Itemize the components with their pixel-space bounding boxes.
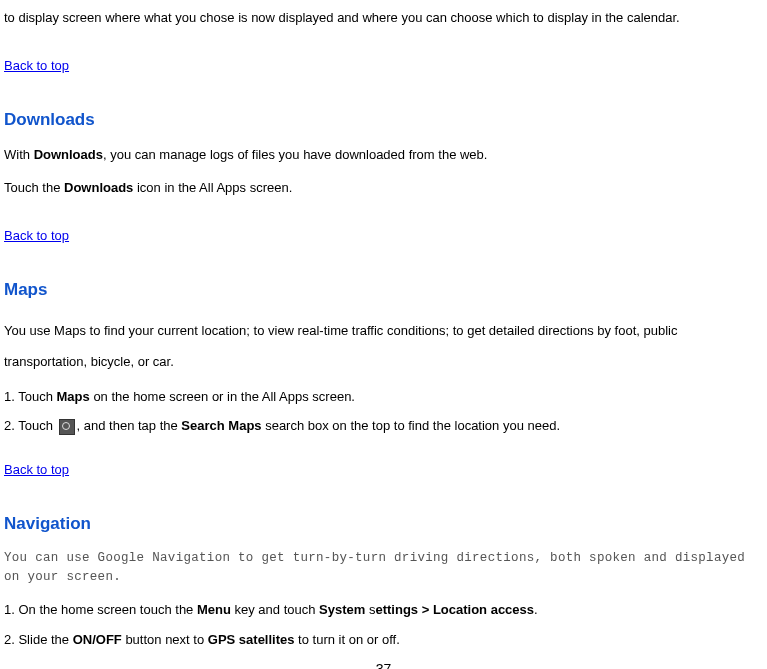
menu-bold: Menu [197, 602, 231, 617]
downloads-bold: Downloads [64, 180, 133, 195]
text: button next to [122, 632, 208, 647]
maps-heading: Maps [4, 277, 763, 303]
system-bold: System [319, 602, 365, 617]
text: . [534, 602, 538, 617]
maps-description: You use Maps to find your current locati… [4, 315, 763, 377]
text: 1. Touch [4, 389, 57, 404]
back-to-top-link-1[interactable]: Back to top [4, 56, 69, 76]
maps-bold: Maps [57, 389, 90, 404]
text: icon in the All Apps screen. [133, 180, 292, 195]
maps-step2: 2. Touch , and then tap the Search Maps … [4, 416, 763, 436]
text: s [365, 602, 375, 617]
back-to-top-link-3[interactable]: Back to top [4, 460, 69, 480]
settings-bold: ettings > Location access [375, 602, 534, 617]
navigation-step2: 2. Slide the ON/OFF button next to GPS s… [4, 630, 763, 650]
text: Touch the [4, 180, 64, 195]
maps-step1: 1. Touch Maps on the home screen or in t… [4, 387, 763, 407]
page-number: 37 [4, 659, 763, 669]
downloads-line1: With Downloads, you can manage logs of f… [4, 145, 763, 165]
downloads-line2: Touch the Downloads icon in the All Apps… [4, 178, 763, 198]
text: to turn it on or off. [295, 632, 400, 647]
text: 1. On the home screen touch the [4, 602, 197, 617]
text: 2. Slide the [4, 632, 73, 647]
text: on the home screen or in the All Apps sc… [90, 389, 355, 404]
text: key and touch [231, 602, 319, 617]
onoff-bold: ON/OFF [73, 632, 122, 647]
downloads-bold: Downloads [34, 147, 103, 162]
text: , you can manage logs of files you have … [103, 147, 487, 162]
downloads-heading: Downloads [4, 107, 763, 133]
navigation-step1: 1. On the home screen touch the Menu key… [4, 600, 763, 620]
search-maps-bold: Search Maps [181, 418, 261, 433]
navigation-heading: Navigation [4, 511, 763, 537]
gps-bold: GPS satellites [208, 632, 295, 647]
back-to-top-link-2[interactable]: Back to top [4, 226, 69, 246]
text: 2. Touch [4, 418, 57, 433]
search-icon [59, 419, 75, 435]
intro-fragment: to display screen where what you chose i… [4, 8, 763, 28]
text: , and then tap the [77, 418, 182, 433]
text: With [4, 147, 34, 162]
text: search box on the top to find the locati… [262, 418, 561, 433]
navigation-description: You can use Google Navigation to get tur… [4, 549, 763, 587]
